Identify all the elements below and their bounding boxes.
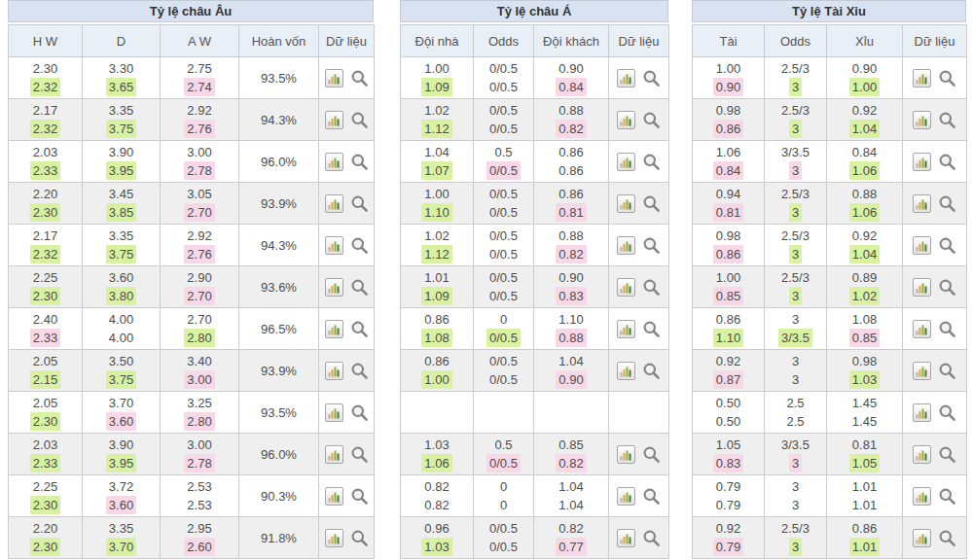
bar-chart-icon[interactable] [325,111,343,129]
data-cell [319,141,375,183]
bar-chart-icon[interactable] [913,445,931,464]
odds-top-value: 2.20 [9,519,82,538]
bar-chart-icon[interactable] [325,153,343,171]
odds-top-value: 0.89 [827,268,902,287]
data-cell [609,308,669,350]
search-icon[interactable] [938,236,956,255]
bar-chart-icon[interactable] [913,362,931,380]
odds-cell: 0.860.86 [534,141,609,183]
search-icon[interactable] [642,445,661,464]
bar-chart-icon[interactable] [913,111,931,129]
search-icon[interactable] [350,153,369,171]
search-icon[interactable] [350,487,369,506]
bar-chart-icon[interactable] [913,529,931,547]
bar-chart-icon[interactable] [617,236,635,255]
search-icon[interactable] [642,487,661,506]
odds-top-value: 1.00 [401,185,473,203]
bar-chart-icon[interactable] [325,445,343,464]
bar-chart-icon[interactable] [913,194,931,213]
odds-top-value: 0.88 [534,227,608,245]
odds-row: 0.920.792.5/330.861.01 [693,517,967,559]
bar-chart-icon[interactable] [617,320,635,338]
search-icon[interactable] [642,153,661,171]
bar-chart-icon[interactable] [325,320,343,338]
bar-chart-icon[interactable] [617,278,635,297]
search-icon[interactable] [642,362,661,380]
search-icon[interactable] [938,403,956,422]
bar-chart-icon[interactable] [617,362,635,380]
search-icon[interactable] [350,320,369,338]
bar-chart-icon[interactable] [617,153,635,171]
empty-cell [474,392,534,434]
bar-chart-icon[interactable] [617,529,635,547]
odds-top-value: 3/3.5 [765,143,826,161]
search-icon[interactable] [350,445,369,464]
odds-bottom-value: 3 [765,454,826,472]
bar-chart-icon[interactable] [325,487,343,506]
bar-chart-icon[interactable] [913,403,931,422]
bar-chart-icon[interactable] [913,153,931,171]
odds-row: 2.302.323.303.652.752.7493.5% [9,57,375,99]
search-icon[interactable] [350,403,369,422]
odds-bottom-value: 2.53 [161,496,238,514]
search-icon[interactable] [642,194,661,213]
search-icon[interactable] [938,529,956,547]
bar-chart-icon[interactable] [617,194,635,213]
odds-top-value: 2.90 [161,268,238,287]
search-icon[interactable] [350,529,369,547]
column-header: H W [9,25,83,57]
bar-chart-icon[interactable] [617,111,635,129]
bar-chart-icon[interactable] [617,487,635,506]
bar-chart-icon[interactable] [325,403,343,422]
bar-chart-icon[interactable] [913,69,931,88]
search-icon[interactable] [642,278,661,297]
odds-row: 1.001.100/0.50/0.50.860.81 [401,183,669,225]
bar-chart-icon[interactable] [325,236,343,255]
search-icon[interactable] [938,153,956,171]
bar-chart-icon[interactable] [617,69,635,88]
bar-chart-icon[interactable] [913,278,931,297]
odds-top-value: 3 [765,310,826,329]
odds-top-value: 1.03 [401,436,473,454]
bar-chart-icon[interactable] [325,278,343,297]
search-icon[interactable] [938,362,956,380]
data-cell [609,225,669,266]
search-icon[interactable] [350,69,369,88]
bar-chart-icon[interactable] [325,529,343,547]
search-icon[interactable] [938,320,956,338]
bar-chart-icon[interactable] [913,487,931,506]
odds-bottom-value: 2.70 [161,203,238,222]
odds-bottom-value: 3/3.5 [765,329,826,347]
search-icon[interactable] [938,487,956,506]
bar-chart-icon[interactable] [913,320,931,338]
search-icon[interactable] [642,320,661,338]
search-icon[interactable] [350,278,369,297]
search-icon[interactable] [642,236,661,255]
odds-cell: 0/0.50/0.5 [474,266,534,308]
data-cell [319,57,375,99]
search-icon[interactable] [350,111,369,129]
search-icon[interactable] [938,194,956,213]
bar-chart-icon[interactable] [913,236,931,255]
search-icon[interactable] [350,194,369,213]
search-icon[interactable] [642,111,661,129]
search-icon[interactable] [350,362,369,380]
bar-chart-icon[interactable] [325,194,343,213]
search-icon[interactable] [938,278,956,297]
bar-chart-icon[interactable] [617,445,635,464]
search-icon[interactable] [938,445,956,464]
odds-top-value: 0 [474,477,533,496]
odds-top-value: 0.86 [534,143,608,161]
odds-cell: 33 [765,350,827,392]
bar-chart-icon[interactable] [325,362,343,380]
odds-row: 0.861.1033/3.51.080.85 [693,308,967,350]
search-icon[interactable] [938,111,956,129]
search-icon[interactable] [938,69,956,88]
odds-top-value: 3.00 [161,143,238,161]
odds-top-value: 0/0.5 [474,101,533,120]
search-icon[interactable] [642,529,661,547]
bar-chart-icon[interactable] [325,69,343,88]
payout-cell: 93.5% [239,392,319,434]
search-icon[interactable] [350,236,369,255]
search-icon[interactable] [642,69,661,88]
